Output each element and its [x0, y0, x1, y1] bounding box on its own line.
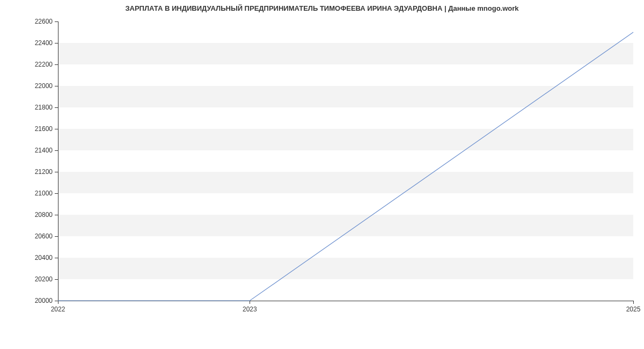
x-tick-label: 2022	[51, 306, 65, 313]
chart-svg: 2000020200204002060020800210002120021400…	[0, 0, 644, 349]
y-tick-label: 22200	[35, 61, 53, 68]
y-tick-label: 20200	[35, 275, 53, 283]
grid-band	[58, 86, 633, 107]
y-tick-label: 21000	[35, 190, 53, 197]
chart-container: ЗАРПЛАТА В ИНДИВИДУАЛЬНЫЙ ПРЕДПРИНИМАТЕЛ…	[0, 0, 644, 349]
grid-band	[58, 43, 633, 64]
y-tick-label: 21800	[35, 104, 53, 111]
grid-band	[58, 215, 633, 236]
x-tick-label: 2023	[243, 306, 257, 313]
y-tick-label: 21600	[35, 125, 53, 133]
y-tick-label: 21200	[35, 168, 53, 176]
y-tick-label: 20000	[35, 297, 53, 304]
y-tick-label: 20600	[35, 232, 53, 240]
y-tick-label: 22400	[35, 39, 53, 47]
y-tick-label: 22600	[35, 18, 53, 25]
y-tick-label: 20800	[35, 211, 53, 219]
grid-band	[58, 258, 633, 279]
grid-band	[58, 129, 633, 150]
y-tick-label: 22000	[35, 82, 53, 90]
x-tick-label: 2025	[626, 306, 641, 313]
y-tick-label: 21400	[35, 147, 53, 154]
grid-band	[58, 172, 633, 193]
y-tick-label: 20400	[35, 254, 53, 261]
